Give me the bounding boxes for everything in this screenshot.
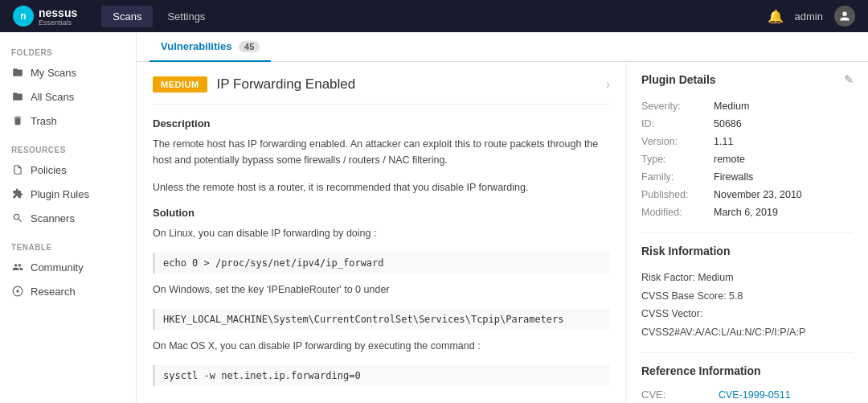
policy-icon: [11, 163, 24, 176]
right-panel: Plugin Details ✎ Severity: Medium ID: 50…: [627, 62, 868, 403]
sidebar-policies-label: Policies: [31, 164, 67, 176]
solution-linux-cmd: echo 0 > /proc/sys/net/ipv4/ip_forward: [153, 253, 610, 273]
research-icon: [11, 285, 24, 298]
risk-factor: Risk Factor: Medium: [641, 269, 854, 287]
risk-info-title: Risk Information: [641, 245, 730, 257]
ref-info-header: Reference Information: [641, 364, 854, 377]
plugin-icon: [11, 187, 24, 200]
risk-info-header: Risk Information: [641, 245, 854, 257]
topnav: n nessus Essentials Scans Settings 🔔 adm…: [0, 0, 868, 32]
sidebar-item-trash[interactable]: Trash: [0, 109, 136, 133]
plugin-details-title: Plugin Details: [641, 73, 716, 86]
vuln-header: MEDIUM IP Forwarding Enabled ›: [153, 76, 610, 105]
sidebar-item-myscans[interactable]: My Scans: [0, 60, 136, 84]
solution-windows-intro: On Windows, set the key 'IPEnableRouter'…: [153, 282, 610, 298]
nav-links: Scans Settings: [101, 6, 767, 27]
description-text: The remote host has IP forwarding enable…: [153, 136, 610, 168]
admin-label: admin: [795, 10, 823, 23]
sidebar-item-allscans[interactable]: All Scans: [0, 84, 136, 109]
vuln-arrow-icon[interactable]: ›: [606, 77, 610, 92]
logo-icon: n: [13, 6, 34, 27]
nav-scans[interactable]: Scans: [101, 6, 153, 27]
divider1: [641, 232, 854, 233]
main-layout: FOLDERS My Scans All Scans Trash RESOURC…: [0, 32, 868, 403]
cve-label: CVE:: [641, 389, 714, 401]
sidebar-allscans-label: All Scans: [31, 91, 74, 103]
ref-info-title: Reference Information: [641, 364, 761, 377]
cvss-score: CVSS Base Score: 5.8: [641, 287, 854, 306]
sidebar: FOLDERS My Scans All Scans Trash RESOURC…: [0, 32, 137, 403]
sidebar-item-scanners[interactable]: Scanners: [0, 206, 136, 230]
detail-modified: Modified: March 6, 2019: [641, 204, 854, 221]
description-extra: Unless the remote host is a router, it i…: [153, 179, 610, 195]
scanner-icon: [11, 212, 24, 224]
divider2: [641, 352, 854, 353]
tenable-label: TENABLE: [0, 236, 136, 255]
app-name: nessus: [39, 6, 77, 19]
sidebar-scanners-label: Scanners: [31, 212, 75, 224]
resources-label: RESOURCES: [0, 139, 136, 158]
detail-type: Type: remote: [641, 150, 854, 168]
detail-family: Family: Firewalls: [641, 168, 854, 186]
risk-section: Risk Factor: Medium CVSS Base Score: 5.8…: [641, 269, 854, 341]
sidebar-item-pluginrules[interactable]: Plugin Rules: [0, 182, 136, 206]
cve-row: CVE: CVE-1999-0511: [641, 389, 854, 401]
severity-badge: MEDIUM: [153, 76, 207, 93]
tab-vulnerabilities[interactable]: Vulnerabilities 45: [149, 32, 271, 62]
folder-icon: [11, 66, 24, 79]
detail-published: Published: November 23, 2010: [641, 186, 854, 204]
vuln-title: IP Forwarding Enabled: [217, 76, 596, 93]
solution-mac-intro: On Mac OS X, you can disable IP forwardi…: [153, 338, 610, 354]
topnav-right: 🔔 admin: [768, 6, 855, 27]
solution-title: Solution: [153, 207, 610, 219]
solution-section: Solution On Linux, you can disable IP fo…: [153, 207, 610, 386]
plugin-details-header: Plugin Details ✎: [641, 73, 854, 86]
sidebar-research-label: Research: [31, 286, 76, 298]
description-title: Description: [153, 117, 610, 130]
tabs-bar: Vulnerabilities 45: [137, 32, 868, 62]
vuln-badge: 45: [239, 41, 260, 52]
sidebar-community-label: Community: [31, 261, 84, 273]
folders-label: FOLDERS: [0, 42, 136, 60]
detail-id: ID: 50686: [641, 115, 854, 133]
nav-settings[interactable]: Settings: [156, 6, 216, 27]
solution-intro: On Linux, you can disable IP forwarding …: [153, 225, 610, 241]
sidebar-item-research[interactable]: Research: [0, 279, 136, 303]
cvss-vector: CVSS Vector: CVSS2#AV:A/AC:L/Au:N/C:P/I:…: [641, 305, 854, 341]
trash-icon: [11, 114, 24, 127]
sidebar-item-community[interactable]: Community: [0, 255, 136, 279]
description-section: Description The remote host has IP forwa…: [153, 117, 610, 195]
sidebar-trash-label: Trash: [31, 115, 57, 127]
cve-link[interactable]: CVE-1999-0511: [719, 389, 791, 401]
plugin-detail-rows: Severity: Medium ID: 50686 Version: 1.11…: [641, 97, 854, 221]
svg-point-1: [16, 290, 19, 293]
solution-mac-cmd: sysctl -w net.inet.ip.forwarding=0: [153, 365, 610, 386]
sidebar-item-policies[interactable]: Policies: [0, 158, 136, 182]
avatar[interactable]: [834, 6, 855, 27]
detail-version: Version: 1.11: [641, 133, 854, 150]
folder-icon2: [11, 90, 24, 103]
sidebar-myscans-label: My Scans: [31, 67, 76, 79]
left-panel: MEDIUM IP Forwarding Enabled › Descripti…: [137, 62, 627, 403]
scroll-content: MEDIUM IP Forwarding Enabled › Descripti…: [137, 62, 868, 403]
notification-icon[interactable]: 🔔: [768, 9, 784, 24]
detail-severity: Severity: Medium: [641, 97, 854, 115]
community-icon: [11, 261, 24, 273]
solution-windows-reg: HKEY_LOCAL_MACHINE\System\CurrentControl…: [153, 309, 610, 330]
edit-icon[interactable]: ✎: [844, 73, 854, 86]
app-sub: Essentials: [39, 19, 77, 27]
logo: n nessus Essentials: [13, 6, 77, 27]
sidebar-pluginrules-label: Plugin Rules: [31, 188, 89, 200]
content-area: Vulnerabilities 45 MEDIUM IP Forwarding …: [137, 32, 868, 403]
